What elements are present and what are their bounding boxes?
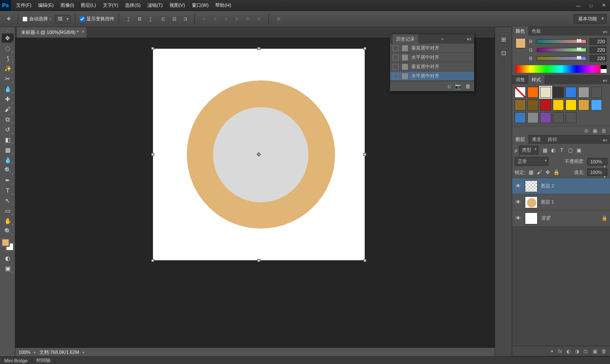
stamp-tool[interactable]: ⧉ (2, 115, 14, 124)
lasso-tool[interactable]: ⟆ (2, 54, 14, 63)
tab-paths[interactable]: 路径 (544, 135, 560, 144)
tools-collapse-icon[interactable]: » (0, 29, 15, 33)
tab-layers[interactable]: 图层 (512, 135, 528, 144)
delete-state-icon[interactable]: 🗑 (466, 83, 471, 89)
eraser-tool[interactable]: ◧ (2, 135, 14, 144)
panel-menu-icon[interactable]: ▾≡ (600, 28, 610, 36)
history-item[interactable]: 水平居中对齐 (390, 53, 474, 62)
menu-image[interactable]: 图像(I) (57, 0, 78, 11)
opacity-dropdown[interactable]: 100% (587, 158, 607, 165)
menu-window[interactable]: 窗口(W) (189, 0, 212, 11)
path-select-tool[interactable]: ↖ (2, 196, 14, 205)
style-swatch[interactable] (540, 112, 551, 123)
tab-mini-bridge[interactable]: Mini Bridge (0, 357, 32, 364)
tab-channels[interactable]: 通道 (528, 135, 544, 144)
healing-tool[interactable]: ✚ (2, 94, 14, 104)
panel-menu-icon[interactable]: ▾≡ (467, 37, 471, 41)
menu-filter[interactable]: 滤镜(T) (144, 0, 166, 11)
b-input[interactable] (590, 55, 607, 62)
transform-handle[interactable] (363, 153, 366, 156)
visibility-icon[interactable]: 👁 (515, 215, 521, 221)
canvas[interactable]: ✥ (153, 49, 365, 260)
lock-all-icon[interactable]: 🔒 (553, 169, 559, 175)
tab-timeline[interactable]: 时间轴 (32, 356, 55, 364)
filter-shape-icon[interactable]: ▢ (567, 147, 573, 153)
lock-position-icon[interactable]: ✥ (545, 169, 551, 175)
style-swatch[interactable] (553, 87, 564, 98)
style-swatch[interactable] (591, 99, 602, 110)
layers-empty-area[interactable] (512, 226, 610, 346)
tab-swatches[interactable]: 色板 (528, 27, 544, 36)
style-swatch[interactable] (566, 99, 577, 110)
group-icon[interactable]: 🗀 (583, 348, 588, 354)
style-swatch[interactable] (515, 112, 526, 123)
style-swatch[interactable] (540, 87, 551, 98)
foreground-color-swatch[interactable] (2, 239, 9, 246)
show-transform-checkbox[interactable]: 显示变换控件 (80, 16, 114, 22)
history-brush-tool[interactable]: ↺ (2, 125, 14, 134)
auto-select-dropdown[interactable]: 组 (55, 15, 71, 23)
style-swatch[interactable] (553, 112, 564, 123)
auto-select-checkbox[interactable]: 自动选择： (22, 16, 53, 22)
history-item[interactable]: 垂直居中对齐 (390, 44, 474, 53)
style-swatch[interactable] (591, 87, 602, 98)
lock-transparent-icon[interactable]: ▦ (528, 169, 534, 175)
panel-menu-icon[interactable]: ▾≡ (600, 77, 610, 84)
b-slider[interactable] (537, 56, 586, 61)
gradient-tool[interactable]: ▦ (2, 145, 14, 154)
no-style-icon[interactable]: ⊘ (584, 128, 588, 134)
history-tabbar[interactable]: 历史记录 » ▾≡ (390, 34, 474, 44)
eyedropper-tool[interactable]: 💧 (2, 84, 14, 94)
tab-adjustments[interactable]: 调整 (512, 75, 528, 84)
docinfo-menu-icon[interactable]: ▸ (83, 350, 85, 354)
menu-select[interactable]: 选择(S) (122, 0, 144, 11)
transform-center-icon[interactable]: ✥ (256, 151, 261, 158)
style-swatch[interactable] (566, 112, 577, 123)
maximize-button[interactable]: □ (585, 1, 597, 10)
g-slider[interactable] (537, 48, 586, 52)
filter-smart-icon[interactable]: ▣ (576, 147, 582, 153)
create-doc-icon[interactable]: ⎌ (448, 83, 451, 89)
new-style-icon[interactable]: ▣ (593, 128, 597, 134)
snapshot-icon[interactable]: 📷 (455, 83, 461, 89)
link-layers-icon[interactable]: ⚭ (550, 348, 554, 354)
menu-type[interactable]: 文字(Y) (100, 0, 122, 11)
delete-layer-icon[interactable]: 🗑 (602, 348, 607, 354)
align-hcenter-icon[interactable]: ⊡ (169, 14, 179, 24)
blur-tool[interactable]: 💧 (2, 155, 14, 165)
document-tab[interactable]: 未标题-1 @ 100%(RGB/8) * ✕ (17, 27, 86, 38)
align-bottom-icon[interactable]: ⌶ (145, 14, 155, 24)
transform-handle[interactable] (151, 153, 154, 156)
layer-row[interactable]: 👁背景🔒 (512, 210, 610, 226)
type-tool[interactable]: T (2, 186, 14, 195)
filter-adjust-icon[interactable]: ◐ (550, 147, 556, 153)
color-spectrum[interactable] (516, 65, 607, 73)
g-input[interactable] (590, 47, 607, 53)
close-button[interactable]: ✕ (597, 1, 610, 10)
layer-row[interactable]: 👁图层 1 (512, 194, 610, 210)
layer-mask-icon[interactable]: ◐ (566, 348, 571, 354)
style-swatch[interactable] (515, 99, 526, 110)
menu-view[interactable]: 视图(V) (166, 0, 189, 11)
fill-dropdown[interactable]: 100% (587, 168, 607, 176)
style-swatch[interactable] (578, 87, 589, 98)
hand-tool[interactable]: ✋ (2, 216, 14, 226)
move-tool[interactable]: ✥ (2, 33, 14, 43)
panel-collapse-icon[interactable]: » (441, 37, 444, 41)
menu-layer[interactable]: 图层(L) (78, 0, 99, 11)
shape-tool[interactable]: ▭ (2, 206, 14, 215)
crop-tool[interactable]: ✂ (2, 74, 14, 83)
delete-style-icon[interactable]: 🗑 (602, 128, 607, 134)
layer-thumbnail[interactable] (525, 196, 538, 208)
zoom-level[interactable]: 100% (19, 350, 30, 355)
minimize-button[interactable]: — (572, 1, 585, 10)
transform-handle[interactable] (258, 259, 261, 262)
history-panel[interactable]: 历史记录 » ▾≡ 垂直居中对齐水平居中对齐垂直居中对齐水平居中对齐 ⎌ 📷 🗑 (390, 34, 474, 91)
dodge-tool[interactable]: 🔍 (2, 165, 14, 175)
layer-name[interactable]: 图层 2 (541, 183, 607, 189)
color-swatches[interactable] (2, 239, 14, 251)
transform-handle[interactable] (363, 47, 366, 50)
filter-pixel-icon[interactable]: ▦ (542, 147, 548, 153)
layer-style-icon[interactable]: fx (558, 348, 562, 354)
align-top-icon[interactable]: ⌶ (123, 14, 133, 24)
